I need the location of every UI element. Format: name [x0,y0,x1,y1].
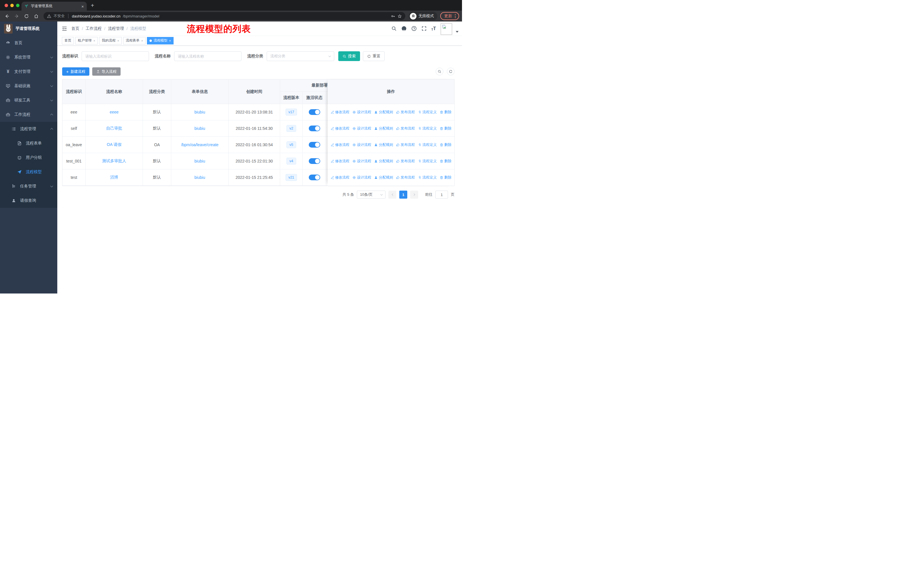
version-badge[interactable]: v2 [286,125,296,132]
action-process-definition[interactable]: 流程定义 [418,175,437,180]
action-assign-rule[interactable]: 分配规则 [374,142,393,147]
breadcrumb-home[interactable]: 首页 [71,26,79,31]
sidebar-item-system-mgmt[interactable]: 系统管理 [0,50,57,64]
action-delete[interactable]: 删除 [440,175,451,180]
form-info-link[interactable]: biubiu [195,159,205,164]
active-toggle[interactable] [309,158,320,164]
version-badge[interactable]: v21 [285,174,297,181]
process-category-select[interactable]: 流程分类 [267,51,334,61]
maximize-window-button[interactable] [16,4,20,7]
breadcrumb-workflow[interactable]: 工作流程 [86,26,102,31]
version-badge[interactable]: v17 [285,109,297,116]
tag-my-process[interactable]: 我的流程 [99,37,121,45]
avatar-caret-down-icon[interactable] [456,31,459,33]
action-assign-rule[interactable]: 分配规则 [374,126,393,131]
new-tab-button[interactable] [91,2,94,9]
action-design-process[interactable]: 设计流程 [352,126,371,131]
close-window-button[interactable] [5,4,8,7]
form-info-link[interactable]: biubiu [195,110,205,114]
action-publish-process[interactable]: 发布流程 [396,110,415,115]
goto-page-input[interactable]: 1 [436,190,448,198]
sidebar-fold-icon[interactable] [61,26,67,31]
bookmark-star-icon[interactable] [398,14,402,18]
active-toggle[interactable] [309,142,320,147]
process-id-input[interactable] [82,51,149,61]
breadcrumb-process-mgmt[interactable]: 流程管理 [108,26,124,31]
update-label[interactable]: 更新 [444,13,452,19]
action-edit-process[interactable]: 修改流程 [330,126,350,131]
action-publish-process[interactable]: 发布流程 [396,142,415,147]
app-logo-row[interactable]: 芋道管理系统 [0,21,57,36]
sidebar-item-user-group[interactable]: 用户分组 [0,150,57,165]
toggle-search-button[interactable] [436,68,443,75]
action-process-definition[interactable]: 流程定义 [418,110,437,115]
action-process-definition[interactable]: 流程定义 [418,142,437,147]
tag-close-icon[interactable] [141,39,143,42]
form-info-link[interactable]: /bpm/oa/leave/create [181,142,219,147]
prev-page-button[interactable] [388,190,396,198]
home-button[interactable] [32,12,40,20]
active-toggle[interactable] [309,109,320,115]
browser-update-button[interactable]: 更新 [440,12,459,20]
tag-close-icon[interactable] [169,39,171,42]
tab-close-icon[interactable] [81,4,84,8]
sidebar-item-process-model[interactable]: 流程模型 [0,165,57,179]
tag-process-form[interactable]: 流程表单 [123,37,145,45]
minimize-window-button[interactable] [10,4,14,7]
address-bar[interactable]: 不安全 dashboard.yudao.iocoder.cn/bpm/manag… [43,12,405,20]
reload-button[interactable] [22,12,30,20]
password-key-icon[interactable] [391,14,395,18]
action-delete[interactable]: 删除 [440,126,451,131]
action-design-process[interactable]: 设计流程 [352,142,371,147]
action-edit-process[interactable]: 修改流程 [330,159,350,164]
sidebar-item-infrastructure[interactable]: 基础设施 [0,79,57,93]
forward-button[interactable] [13,12,21,20]
action-publish-process[interactable]: 发布流程 [396,159,415,164]
action-edit-process[interactable]: 修改流程 [330,110,350,115]
help-icon[interactable] [411,26,417,31]
active-toggle[interactable] [309,175,320,180]
process-name-link[interactable]: OA 请假 [107,142,121,147]
version-badge[interactable]: v4 [286,158,296,165]
user-avatar[interactable] [441,23,452,35]
action-design-process[interactable]: 设计流程 [352,110,371,115]
sidebar-item-process-form[interactable]: 流程表单 [0,136,57,150]
form-info-link[interactable]: biubiu [195,126,205,131]
header-search-icon[interactable] [391,26,397,31]
action-edit-process[interactable]: 修改流程 [330,142,350,147]
process-name-link[interactable]: 测试多审批人 [102,159,126,164]
browser-menu-icon[interactable] [455,14,456,18]
process-name-link[interactable]: 自己审批 [106,126,122,131]
browser-tab[interactable]: 芋道管理系统 [21,2,87,11]
not-secure-label[interactable]: 不安全 [54,13,65,19]
action-publish-process[interactable]: 发布流程 [396,175,415,180]
font-size-icon[interactable]: TT [431,26,436,31]
action-design-process[interactable]: 设计流程 [352,159,371,164]
back-button[interactable] [3,12,11,20]
create-process-button[interactable]: 新建流程 [62,67,89,76]
current-page-button[interactable]: 1 [399,190,407,198]
refresh-table-button[interactable] [447,68,455,75]
sidebar-item-process-mgmt[interactable]: 流程管理 [0,122,57,136]
process-name-link[interactable]: 滔博 [110,175,118,180]
form-info-link[interactable]: biubiu [195,175,205,180]
action-assign-rule[interactable]: 分配规则 [374,159,393,164]
action-delete[interactable]: 删除 [440,110,451,115]
action-assign-rule[interactable]: 分配规则 [374,175,393,180]
tag-close-icon[interactable] [93,39,95,42]
process-name-input[interactable] [174,51,241,61]
sidebar-item-payment-mgmt[interactable]: ¥ 支付管理 [0,64,57,79]
sidebar-item-home[interactable]: 首页 [0,36,57,50]
github-icon[interactable] [401,26,407,31]
action-process-definition[interactable]: 流程定义 [418,126,437,131]
action-delete[interactable]: 删除 [440,159,451,164]
version-badge[interactable]: v5 [286,141,296,149]
action-delete[interactable]: 删除 [440,142,451,147]
tag-close-icon[interactable] [117,39,119,42]
sidebar-item-task-mgmt[interactable]: 任务管理 [0,179,57,193]
process-name-link[interactable]: eeee [110,110,119,114]
search-button[interactable]: 搜索 [338,51,360,61]
action-assign-rule[interactable]: 分配规则 [374,110,393,115]
next-page-button[interactable] [410,190,418,198]
sidebar-item-workflow[interactable]: 工作流程 [0,107,57,122]
